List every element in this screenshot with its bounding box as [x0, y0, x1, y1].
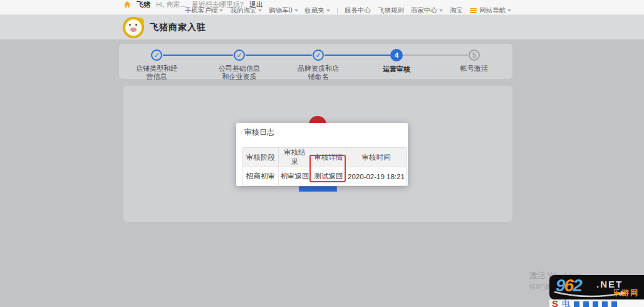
partial-blue-glyph: 电: [562, 299, 570, 307]
partial-logos-strip: S 电: [549, 299, 644, 307]
step-check-icon: ✓: [234, 49, 245, 61]
step-shop-type[interactable]: ✓ 店铺类型和经 营信息: [122, 44, 191, 81]
fliggy-logo-icon: [123, 18, 143, 38]
top-navbar-right: 手机客户端 我的淘宝 购物车0 收藏夹 服务中心 飞猪规则 商家中心 淘宝 网站…: [185, 8, 511, 14]
page-header: 飞猪商家入驻: [0, 15, 644, 39]
site-watermark-logo: 962 .NET 乐游网: [549, 275, 644, 299]
stepper-panel: ✓ 店铺类型和经 营信息 ✓ 公司基础信息 和企业资质 ✓ 品牌资质和店 铺命名…: [119, 44, 512, 79]
caret-down-icon: [439, 9, 443, 12]
step-operation-review[interactable]: 4 运营审核: [362, 44, 431, 73]
nav-brand-fliggy[interactable]: 飞猪: [137, 0, 150, 9]
home-icon[interactable]: [123, 1, 131, 8]
page-title: 飞猪商家入驻: [150, 22, 206, 33]
dialog-title: 审核日志: [244, 127, 274, 138]
cell-stage: 招商初审: [243, 167, 279, 186]
hamburger-icon: [470, 8, 477, 14]
caret-down-icon: [294, 9, 298, 12]
partial-logo-block: [593, 301, 598, 307]
red-highlight-box: [309, 155, 346, 182]
step-check-icon: ✓: [151, 49, 162, 61]
nav-link-fliggy-rules[interactable]: 飞猪规则: [378, 6, 404, 15]
step-number: 5: [469, 49, 480, 61]
caret-down-icon: [507, 9, 511, 12]
caret-down-icon: [219, 9, 223, 12]
col-header-result: 审核结果: [279, 148, 311, 167]
step-label: 品牌资质和店 铺命名: [284, 65, 353, 81]
submit-button-partial[interactable]: [299, 186, 337, 192]
nav-link-favorites[interactable]: 收藏夹: [305, 6, 331, 15]
caret-down-icon: [258, 9, 262, 12]
step-label: 帐号激活: [440, 65, 509, 73]
caret-down-icon: [326, 9, 330, 12]
nav-link-my-taobao[interactable]: 我的淘宝: [230, 6, 262, 15]
step-label: 店铺类型和经 营信息: [122, 65, 191, 81]
step-check-icon: ✓: [313, 49, 324, 61]
nav-link-cart[interactable]: 购物车0: [269, 6, 298, 15]
top-navbar: 飞猪 Hi, 商家... 最近想去哪里玩? 退出 手机客户端 我的淘宝 购物车0…: [0, 0, 644, 15]
col-header-stage: 审核阶段: [243, 148, 279, 167]
step-label: 运营审核: [362, 65, 431, 73]
step-account-activation[interactable]: 5 帐号激活: [440, 44, 509, 73]
nav-link-service-center[interactable]: 服务中心: [345, 6, 371, 15]
partial-logo-block: [583, 301, 589, 307]
step-number: 4: [390, 49, 403, 61]
partial-red-glyph: S: [552, 299, 558, 307]
partial-logo-block: [602, 301, 608, 307]
cell-result: 初审退回: [279, 167, 311, 186]
nav-link-mobile-client[interactable]: 手机客户端: [185, 6, 224, 15]
partial-logo-block: [611, 301, 617, 307]
partial-logo-block: [574, 301, 579, 307]
nav-link-taobao[interactable]: 淘宝: [450, 6, 463, 15]
step-brand-naming[interactable]: ✓ 品牌资质和店 铺命名: [284, 44, 353, 81]
nav-link-merchant-center[interactable]: 商家中心: [411, 6, 443, 15]
site-logo-number: 962: [556, 276, 581, 296]
nav-divider: [337, 8, 338, 14]
col-header-time: 审核时间: [346, 148, 407, 167]
step-label: 公司基础信息 和企业资质: [205, 65, 274, 81]
nav-greeting: Hi, 商家...: [156, 0, 186, 9]
site-logo-name: 乐游网: [613, 288, 639, 298]
step-company-info[interactable]: ✓ 公司基础信息 和企业资质: [205, 44, 274, 81]
cell-time: 2020-02-19 18:21: [346, 167, 407, 186]
page: 飞猪 Hi, 商家... 最近想去哪里玩? 退出 手机客户端 我的淘宝 购物车0…: [0, 0, 644, 307]
nav-link-site-nav[interactable]: 网站导航: [470, 6, 511, 15]
